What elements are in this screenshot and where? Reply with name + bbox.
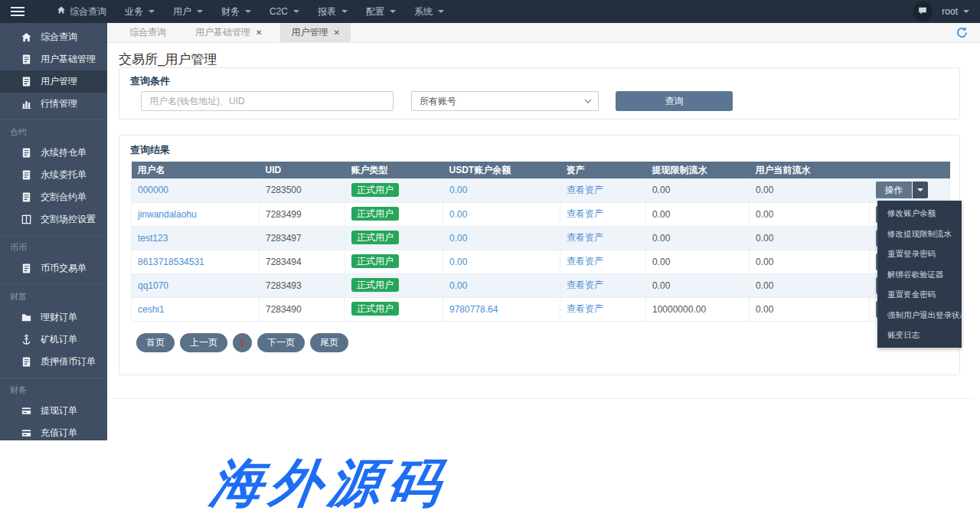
table-row: ceshi1 7283490 正式用户 9780778.64 查看资产 1000… xyxy=(132,297,950,321)
chevron-down-icon xyxy=(149,10,155,13)
dropdown-menu-item[interactable]: 重置资金密码 xyxy=(877,284,962,305)
action-caret-button[interactable] xyxy=(913,182,928,198)
top-navbar: 综合查询 业务 用户 财务 C2C 报表 配置 系统 root xyxy=(0,0,980,23)
pagination-first-button[interactable]: 首页 xyxy=(136,333,175,352)
search-input[interactable] xyxy=(141,91,394,111)
chevron-down-icon xyxy=(197,10,203,13)
home-icon xyxy=(57,0,66,23)
withdraw-limit-cell: 0.00 xyxy=(646,178,750,202)
chat-icon xyxy=(917,5,928,18)
nav-item-overview[interactable]: 综合查询 xyxy=(47,0,116,23)
sidebar-item-overview[interactable]: 综合查询 xyxy=(0,26,107,48)
file-text-icon xyxy=(20,263,32,275)
username-link[interactable]: jinwandalaohu xyxy=(138,209,197,220)
results-panel: 查询结果 用户名UID账户类型USDT账户余额资产提现限制流水用户当前流水 00… xyxy=(119,135,960,375)
username-link[interactable]: qq1070 xyxy=(138,280,168,291)
sidebar-item-delivery-contracts[interactable]: 交割合约单 xyxy=(0,186,107,208)
sidebar-item-perpetual-positions[interactable]: 永续持仓单 xyxy=(0,142,107,164)
nav-item-config[interactable]: 配置 xyxy=(357,0,405,23)
user-menu[interactable]: root xyxy=(942,6,969,17)
dropdown-menu-item[interactable]: 修改账户余额 xyxy=(877,203,962,224)
current-flow-cell: 0.00 xyxy=(750,202,870,226)
view-assets-link[interactable]: 查看资产 xyxy=(567,256,603,267)
usdt-balance-link[interactable]: 0.00 xyxy=(449,280,467,291)
username-link[interactable]: test123 xyxy=(138,233,168,244)
usdt-balance-link[interactable]: 0.00 xyxy=(449,233,467,244)
column-header xyxy=(870,162,950,178)
username-label: root xyxy=(942,6,958,17)
search-button[interactable]: 查询 xyxy=(616,91,733,111)
pagination-next-button[interactable]: 下一页 xyxy=(257,333,305,352)
dropdown-menu-item[interactable]: 账变日志 xyxy=(877,325,962,345)
nav-item-user[interactable]: 用户 xyxy=(164,0,212,23)
usdt-balance-link[interactable]: 9780778.64 xyxy=(449,304,498,315)
tab-overview[interactable]: 综合查询 xyxy=(119,23,177,42)
withdraw-limit-cell: 10000000.00 xyxy=(646,297,750,321)
dropdown-menu-item[interactable]: 重置登录密码 xyxy=(877,244,962,264)
username-link[interactable]: ceshi1 xyxy=(138,304,165,315)
row-action-dropdown-menu: 修改账户余额修改提现限制流水重置登录密码解绑谷歌验证器重置资金密码强制用户退出登… xyxy=(877,201,962,348)
tab-user-mgmt[interactable]: 用户管理✕ xyxy=(280,23,350,42)
sidebar-item-label: 永续持仓单 xyxy=(41,146,87,159)
withdraw-limit-cell: 0.00 xyxy=(646,273,750,297)
username-link[interactable]: 8613718534531 xyxy=(138,257,204,267)
sidebar-section-contract: 合约 xyxy=(0,122,107,142)
messages-button[interactable] xyxy=(913,2,933,21)
usdt-balance-link[interactable]: 0.00 xyxy=(449,185,467,195)
credit-card-icon xyxy=(20,405,32,417)
chevron-down-icon xyxy=(917,188,923,191)
sidebar-item-user-mgmt[interactable]: 用户管理 xyxy=(0,70,107,93)
pagination-last-button[interactable]: 尾页 xyxy=(310,333,348,352)
view-assets-link[interactable]: 查看资产 xyxy=(567,232,603,243)
dropdown-menu-item[interactable]: 强制用户退出登录状态 xyxy=(877,305,962,326)
view-assets-link[interactable]: 查看资产 xyxy=(567,303,603,314)
withdraw-limit-cell: 0.00 xyxy=(646,250,750,273)
sidebar-item-market-mgmt[interactable]: 行情管理 xyxy=(0,93,107,115)
pagination: 首页 上一页 1 下一页 尾页 xyxy=(136,333,348,352)
hamburger-menu-icon[interactable] xyxy=(11,7,26,16)
view-assets-link[interactable]: 查看资产 xyxy=(567,208,603,219)
nav-item-report[interactable]: 报表 xyxy=(309,0,357,23)
sidebar-item-wealth-orders[interactable]: 理财订单 xyxy=(0,306,107,329)
nav-item-finance[interactable]: 财务 xyxy=(212,0,260,23)
view-assets-link[interactable]: 查看资产 xyxy=(567,280,603,290)
file-text-icon xyxy=(20,191,32,204)
account-type-badge: 正式用户 xyxy=(351,278,399,292)
sidebar-item-withdraw-orders[interactable]: 提现订单 xyxy=(0,400,107,422)
sidebar-item-user-base-mgmt[interactable]: 用户基础管理 xyxy=(0,48,107,70)
tab-user-base-mgmt[interactable]: 用户基础管理✕ xyxy=(185,23,273,42)
sidebar-item-pledge-loan-orders[interactable]: 质押借币订单 xyxy=(0,351,107,373)
close-icon[interactable]: ✕ xyxy=(333,28,339,37)
nav-item-business[interactable]: 业务 xyxy=(116,0,164,23)
sidebar-item-label: 币币交易单 xyxy=(41,262,87,275)
current-flow-cell: 0.00 xyxy=(750,250,870,273)
account-type-select[interactable]: 所有账号 xyxy=(411,91,599,111)
dropdown-menu-item[interactable]: 修改提现限制流水 xyxy=(877,224,962,244)
dropdown-menu-item[interactable]: 解绑谷歌验证器 xyxy=(877,264,962,285)
view-assets-link[interactable]: 查看资产 xyxy=(567,185,603,195)
column-header: 用户当前流水 xyxy=(750,162,870,178)
sidebar-item-label: 交割合约单 xyxy=(41,191,87,204)
sidebar-item-deposit-orders[interactable]: 充值订单 xyxy=(0,422,107,444)
refresh-icon[interactable] xyxy=(956,26,969,40)
chevron-down-icon xyxy=(963,10,969,13)
pagination-prev-button[interactable]: 上一页 xyxy=(180,333,227,352)
username-link[interactable]: 000000 xyxy=(138,185,168,195)
close-icon[interactable]: ✕ xyxy=(256,28,262,37)
usdt-balance-link[interactable]: 0.00 xyxy=(449,209,467,220)
nav-item-c2c[interactable]: C2C xyxy=(260,0,309,23)
current-flow-cell: 0.00 xyxy=(750,297,870,321)
usdt-balance-link[interactable]: 0.00 xyxy=(449,257,467,267)
sidebar-item-spot-trades[interactable]: 币币交易单 xyxy=(0,257,107,280)
file-text-icon xyxy=(20,76,32,88)
action-button[interactable]: 操作 xyxy=(876,182,912,198)
table-row: test123 7283497 正式用户 0.00 查看资产 0.00 0.00… xyxy=(132,226,950,250)
sidebar-item-miner-orders[interactable]: 矿机订单 xyxy=(0,329,107,351)
sidebar-item-perpetual-orders[interactable]: 永续委托单 xyxy=(0,164,107,186)
chevron-down-icon xyxy=(245,10,251,13)
account-type-badge: 正式用户 xyxy=(351,302,399,316)
nav-item-system[interactable]: 系统 xyxy=(405,0,453,23)
uid-cell: 7283499 xyxy=(260,202,345,226)
file-text-icon xyxy=(20,147,32,159)
sidebar-item-delivery-control[interactable]: 交割场控设置 xyxy=(0,208,107,231)
